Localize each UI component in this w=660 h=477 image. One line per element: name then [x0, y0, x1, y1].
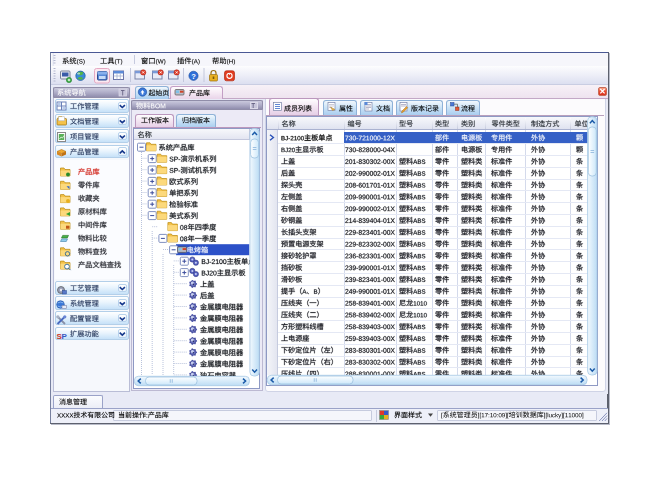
svg-text:P: P [62, 332, 68, 341]
svg-text:?: ? [191, 72, 196, 81]
